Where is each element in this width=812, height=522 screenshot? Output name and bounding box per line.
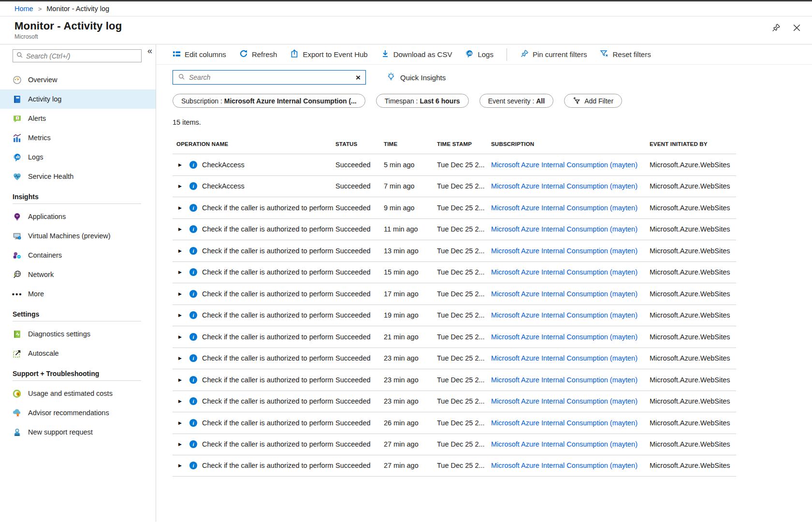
sidebar-item-alerts[interactable]: ! Alerts — [0, 109, 156, 128]
table-row[interactable]: ▶ i Check if the caller is authorized to… — [173, 240, 736, 261]
table-row[interactable]: ▶ i Check if the caller is authorized to… — [173, 391, 736, 412]
subscription-link[interactable]: Microsoft Azure Internal Consumption (ma… — [491, 161, 638, 169]
sidebar-item-overview[interactable]: Overview — [0, 70, 156, 89]
clear-search-icon[interactable]: × — [356, 73, 361, 82]
table-row[interactable]: ▶ i Check if the caller is authorized to… — [173, 261, 736, 283]
filter-pill-event-severity[interactable]: Event severity : All — [479, 94, 554, 108]
subscription-link[interactable]: Microsoft Azure Internal Consumption (ma… — [491, 311, 638, 319]
logs-button[interactable]: Logs — [465, 49, 493, 59]
subscription-link[interactable]: Microsoft Azure Internal Consumption (ma… — [491, 247, 638, 255]
column-header-event-initiated-by[interactable]: EVENT INITIATED BY — [650, 141, 736, 147]
subscription-link[interactable]: Microsoft Azure Internal Consumption (ma… — [491, 268, 638, 276]
expand-row-icon[interactable]: ▶ — [178, 399, 185, 404]
subscription-link[interactable]: Microsoft Azure Internal Consumption (ma… — [491, 462, 638, 469]
initiated-by-cell: Microsoft.Azure.WebSites — [650, 462, 736, 469]
sidebar-item-activity-log[interactable]: Activity log — [0, 89, 156, 109]
pin-filters-button[interactable]: Pin current filters — [520, 49, 587, 59]
add-filter-label: Add Filter — [584, 97, 613, 105]
expand-row-icon[interactable]: ▶ — [178, 205, 185, 210]
expand-row-icon[interactable]: ▶ — [178, 356, 185, 361]
expand-row-icon[interactable]: ▶ — [178, 248, 185, 253]
table-search-input[interactable] — [189, 73, 356, 81]
refresh-button[interactable]: Refresh — [239, 49, 277, 59]
pin-blade-icon[interactable] — [771, 23, 781, 32]
add-filter-button[interactable]: Add Filter — [564, 94, 622, 108]
subscription-link[interactable]: Microsoft Azure Internal Consumption (ma… — [491, 440, 638, 448]
subscription-link[interactable]: Microsoft Azure Internal Consumption (ma… — [491, 225, 638, 233]
sidebar-search-input[interactable] — [26, 52, 138, 60]
table-row[interactable]: ▶ i Check if the caller is authorized to… — [173, 326, 736, 348]
subscription-link[interactable]: Microsoft Azure Internal Consumption (ma… — [491, 333, 638, 341]
expand-row-icon[interactable]: ▶ — [178, 184, 185, 188]
expand-row-icon[interactable]: ▶ — [178, 463, 185, 468]
timestamp-cell: Tue Dec 25 2... — [437, 204, 491, 212]
table-row[interactable]: ▶ i Check if the caller is authorized to… — [173, 369, 736, 391]
initiated-by-cell: Microsoft.Azure.WebSites — [650, 204, 736, 212]
subscription-link[interactable]: Microsoft Azure Internal Consumption (ma… — [491, 204, 638, 212]
timestamp-cell: Tue Dec 25 2... — [437, 225, 491, 233]
sidebar-item-applications[interactable]: Applications — [0, 207, 156, 226]
table-row[interactable]: ▶ i Check if the caller is authorized to… — [173, 412, 736, 434]
sidebar-item-containers[interactable]: Containers — [0, 246, 156, 265]
table-search[interactable]: × — [173, 70, 366, 85]
sidebar-item-service-health[interactable]: Service Health — [0, 167, 156, 186]
subscription-link[interactable]: Microsoft Azure Internal Consumption (ma… — [491, 376, 638, 384]
sidebar-item-advisor[interactable]: Advisor recommendations — [0, 403, 156, 422]
filter-pill-timespan[interactable]: Timespan : Last 6 hours — [376, 94, 469, 108]
pill-label: Event severity — [488, 97, 531, 105]
subscription-link[interactable]: Microsoft Azure Internal Consumption (ma… — [491, 397, 638, 405]
sidebar-item-network[interactable]: Network — [0, 265, 156, 284]
expand-row-icon[interactable]: ▶ — [178, 377, 185, 382]
sidebar-item-metrics[interactable]: Metrics — [0, 128, 156, 147]
table-row[interactable]: ▶ i CheckAccess Succeeded 7 min ago Tue … — [173, 175, 736, 197]
operation-name: Check if the caller is authorized to per… — [202, 247, 335, 255]
expand-row-icon[interactable]: ▶ — [178, 442, 185, 447]
time-cell: 15 min ago — [384, 268, 437, 276]
expand-row-icon[interactable]: ▶ — [178, 291, 185, 296]
expand-row-icon[interactable]: ▶ — [178, 334, 185, 339]
section-divider — [13, 380, 141, 381]
subscription-link[interactable]: Microsoft Azure Internal Consumption (ma… — [491, 419, 638, 427]
sidebar-item-new-support-request[interactable]: New support request — [0, 422, 156, 442]
quick-insights-button[interactable]: Quick Insights — [386, 72, 446, 83]
expand-row-icon[interactable]: ▶ — [178, 162, 185, 167]
column-header-subscription[interactable]: SUBSCRIPTION — [491, 141, 650, 147]
expand-row-icon[interactable]: ▶ — [178, 227, 185, 232]
column-header-timestamp[interactable]: TIME STAMP — [437, 141, 491, 147]
table-row[interactable]: ▶ i Check if the caller is authorized to… — [173, 304, 736, 326]
status-cell: Succeeded — [335, 225, 384, 233]
edit-columns-button[interactable]: Edit columns — [173, 50, 226, 59]
breadcrumb-home-link[interactable]: Home — [14, 5, 33, 13]
diagnostics-settings-icon — [13, 330, 22, 339]
download-csv-button[interactable]: Download as CSV — [381, 49, 452, 59]
filter-pill-subscription[interactable]: Subscription : Microsoft Azure Internal … — [173, 94, 365, 108]
sidebar-item-autoscale[interactable]: Autoscale — [0, 344, 156, 363]
export-event-hub-button[interactable]: Export to Event Hub — [290, 49, 367, 59]
sidebar-collapse-icon[interactable]: « — [147, 46, 152, 56]
sidebar-item-diagnostics-settings[interactable]: Diagnostics settings — [0, 324, 156, 344]
column-header-time[interactable]: TIME — [384, 141, 437, 147]
column-header-status[interactable]: STATUS — [335, 141, 384, 147]
sidebar-item-logs[interactable]: Logs — [0, 147, 156, 167]
subscription-link[interactable]: Microsoft Azure Internal Consumption (ma… — [491, 182, 638, 190]
subscription-link[interactable]: Microsoft Azure Internal Consumption (ma… — [491, 354, 638, 362]
expand-row-icon[interactable]: ▶ — [178, 270, 185, 275]
table-row[interactable]: ▶ i CheckAccess Succeeded 5 min ago Tue … — [173, 154, 736, 175]
table-row[interactable]: ▶ i Check if the caller is authorized to… — [173, 455, 736, 477]
table-row[interactable]: ▶ i Check if the caller is authorized to… — [173, 434, 736, 455]
reset-filters-button[interactable]: Reset filters — [600, 49, 651, 59]
table-row[interactable]: ▶ i Check if the caller is authorized to… — [173, 197, 736, 218]
expand-row-icon[interactable]: ▶ — [178, 313, 185, 318]
sidebar-item-more[interactable]: ••• More — [0, 284, 156, 304]
table-row[interactable]: ▶ i Check if the caller is authorized to… — [173, 218, 736, 240]
applications-icon — [13, 212, 22, 221]
sidebar-item-virtual-machines[interactable]: Virtual Machines (preview) — [0, 226, 156, 246]
expand-row-icon[interactable]: ▶ — [178, 420, 185, 425]
subscription-link[interactable]: Microsoft Azure Internal Consumption (ma… — [491, 290, 638, 298]
column-header-operation[interactable]: OPERATION NAME — [173, 141, 335, 147]
table-row[interactable]: ▶ i Check if the caller is authorized to… — [173, 348, 736, 369]
sidebar-search[interactable] — [13, 49, 142, 62]
close-blade-icon[interactable] — [792, 23, 801, 32]
sidebar-item-usage-costs[interactable]: $ Usage and estimated costs — [0, 384, 156, 403]
table-row[interactable]: ▶ i Check if the caller is authorized to… — [173, 283, 736, 304]
